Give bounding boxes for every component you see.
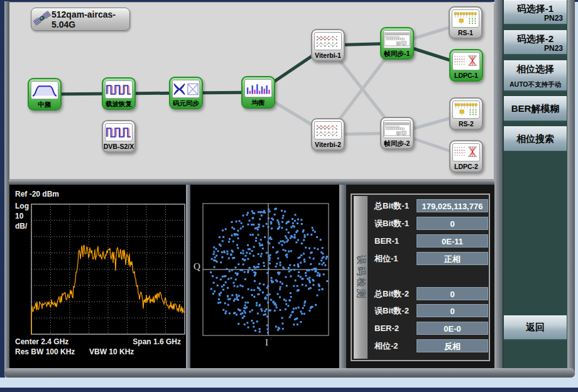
flow-block-ldpc2[interactable]: LDPC-2 xyxy=(449,140,483,173)
ber-row-value: 0 xyxy=(417,217,488,230)
sidebar-button-sublabel: PN23 xyxy=(544,14,563,23)
constellation-plot xyxy=(190,185,339,368)
frame-bar-divider-2 xyxy=(339,185,346,368)
rbw-label: Res BW 100 KHz xyxy=(15,347,75,356)
flow-block-rs2[interactable]: RS-2 xyxy=(449,97,483,130)
ber-row-value: 0 xyxy=(417,304,488,317)
trellis-icon xyxy=(314,121,342,139)
center-freq-label: Center 2.4 GHz xyxy=(15,337,68,346)
flow-block-ldpc1[interactable]: LDPC-1 xyxy=(449,49,483,82)
ber-row-label: 总Bit数-2 xyxy=(374,287,409,301)
sidebar-button-3[interactable]: 相位选择AUTO不支持手动 xyxy=(504,60,567,92)
error-detection-vertical-label: 误码检测 xyxy=(355,255,367,300)
error-detection-panel: 误码检测 总Bit数-1179,025,113,776误Bit数-10BER-1… xyxy=(346,185,494,368)
flow-block-label: RS-1 xyxy=(450,28,481,38)
spectrum-icon xyxy=(31,81,58,99)
frame-bar-right xyxy=(567,0,575,378)
satellite-icon xyxy=(30,9,53,29)
flow-block-label: 码元同步 xyxy=(170,98,202,109)
ber-row-value: 正相 xyxy=(417,252,488,265)
sidebar-button-sublabel: AUTO不支持手动 xyxy=(504,80,567,89)
bars-icon xyxy=(244,79,272,97)
flow-block-fs1[interactable]: 帧同步-1 xyxy=(380,27,414,60)
flow-block-label: RS-2 xyxy=(450,119,482,129)
frame-icon xyxy=(383,120,411,138)
ber-row-value: 0E-0 xyxy=(417,322,488,335)
flow-block-vit1[interactable]: Viterbi-1 xyxy=(311,29,345,62)
frame-bar-divider-3 xyxy=(494,0,503,378)
flow-block-fs2[interactable]: 帧同步-2 xyxy=(380,117,414,150)
flow-block-label: 载波恢复 xyxy=(103,99,134,109)
ber-row-label: 相位-2 xyxy=(374,339,398,353)
flow-block-label: 均衡 xyxy=(243,97,274,108)
sidebar-button-label: BER解模糊 xyxy=(511,103,560,115)
flow-block-rs1[interactable]: RS-1 xyxy=(449,6,483,39)
ber-row-label: 总Bit数-1 xyxy=(374,199,409,213)
rs-icon xyxy=(452,101,480,119)
frame-bar-middle xyxy=(9,180,494,185)
flow-diagram-panel: 512qam-aircas-5.04G 中频载波恢复码元同步均衡DVB-S2/X… xyxy=(9,2,494,180)
eye-icon xyxy=(172,80,200,98)
flow-block-vit2[interactable]: Viterbi-2 xyxy=(311,118,345,151)
back-button[interactable]: 返回 xyxy=(504,315,567,340)
ber-row-label: 误Bit数-1 xyxy=(374,217,409,231)
span-label: Span 1.6 GHz xyxy=(133,337,181,346)
frame-bar-divider-1 xyxy=(186,185,190,368)
rs-icon xyxy=(452,9,479,28)
spectrum-panel: Ref -20 dBm Log 10 dB/ Center 2.4 GHz Sp… xyxy=(9,185,186,368)
error-detection-strip: 误码检测 xyxy=(354,196,368,359)
sidebar-button-5[interactable]: 相位搜索 xyxy=(504,126,567,152)
constellation-dots xyxy=(210,208,328,334)
ber-row-label: BER-2 xyxy=(374,322,399,335)
flow-block-label: Viterbi-2 xyxy=(312,139,344,150)
source-button[interactable]: 512qam-aircas-5.04G xyxy=(31,8,130,31)
sidebar-button-label: 相位选择 xyxy=(504,63,567,75)
flow-block-symbol[interactable]: 码元同步 xyxy=(169,77,203,109)
flow-block-carrier[interactable]: 载波恢复 xyxy=(102,77,136,110)
flow-block-label: LDPC-2 xyxy=(450,161,482,172)
frame-bar-left xyxy=(4,1,9,378)
flow-block-if[interactable]: 中频 xyxy=(28,78,62,111)
ber-row-value: 179,025,113,776 xyxy=(417,199,488,212)
flow-block-label: LDPC-1 xyxy=(450,70,482,81)
trellis-icon xyxy=(314,32,342,50)
ldpc-icon xyxy=(452,52,480,70)
flow-block-label: DVB-S2/X xyxy=(103,141,134,152)
back-button-label: 返回 xyxy=(526,322,545,334)
flow-block-label: 帧同步-1 xyxy=(381,48,413,59)
sidebar-button-4[interactable]: BER解模糊 xyxy=(504,96,567,122)
ber-row-label: BER-1 xyxy=(374,234,399,248)
flow-block-eq[interactable]: 均衡 xyxy=(241,76,275,109)
bottom-border xyxy=(0,388,578,392)
flow-block-label: 中频 xyxy=(29,99,60,110)
ber-row-label: 相位-1 xyxy=(374,252,398,266)
flow-block-label: 帧同步-2 xyxy=(381,138,413,149)
ber-row-value: 0E-11 xyxy=(417,234,488,248)
frame-icon xyxy=(383,30,411,48)
vbw-label: VBW 10 KHz xyxy=(89,347,134,356)
sidebar-button-sublabel: PN23 xyxy=(544,44,563,53)
ber-row-value: 0 xyxy=(417,287,488,300)
squarewave-icon xyxy=(105,80,133,99)
ber-row-label: 误Bit数-2 xyxy=(374,304,409,318)
ldpc-icon xyxy=(452,143,480,161)
source-label: 512qam-aircas-5.04G xyxy=(52,9,129,30)
sidebar: 码选择-1PN23码选择-2PN23相位选择AUTO不支持手动BER解模糊相位搜… xyxy=(503,0,567,368)
squarewave-icon xyxy=(105,123,133,141)
constellation-panel: Q I xyxy=(190,185,339,368)
frame-bar-bottom xyxy=(4,368,575,378)
ber-row-value: 反相 xyxy=(417,339,488,352)
flow-block-label: Viterbi-1 xyxy=(312,50,344,61)
sidebar-button-2[interactable]: 码选择-2PN23 xyxy=(504,30,567,55)
demodulator-app: 512qam-aircas-5.04G 中频载波恢复码元同步均衡DVB-S2/X… xyxy=(0,0,578,392)
sidebar-button-1[interactable]: 码选择-1PN23 xyxy=(504,0,567,25)
flow-block-dvb[interactable]: DVB-S2/X xyxy=(102,120,136,153)
sidebar-button-label: 相位搜索 xyxy=(516,133,554,145)
